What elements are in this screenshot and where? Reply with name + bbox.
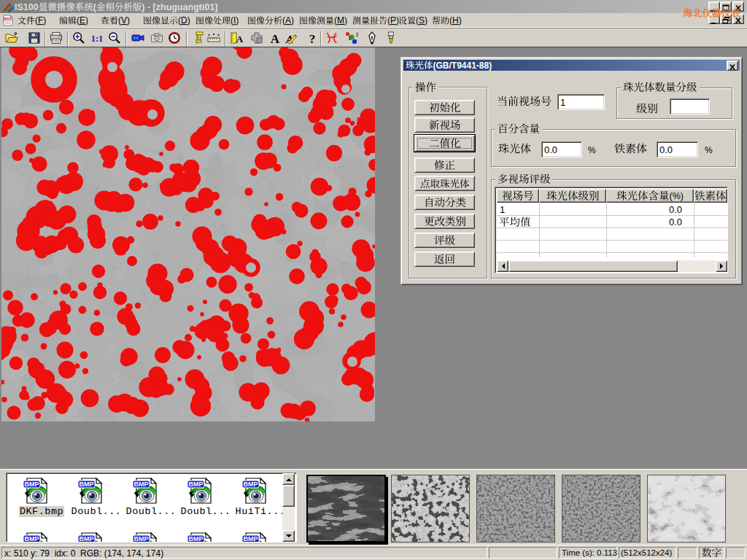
svg-text:1:1: 1:1 bbox=[91, 33, 104, 43]
svg-text:A: A bbox=[236, 34, 244, 44]
svg-text:DOC: DOC bbox=[4, 17, 12, 21]
svg-text:A: A bbox=[271, 31, 280, 45]
svg-text:?: ? bbox=[309, 31, 316, 45]
svg-text:3: 3 bbox=[356, 31, 359, 38]
svg-text:1: 1 bbox=[348, 35, 352, 42]
